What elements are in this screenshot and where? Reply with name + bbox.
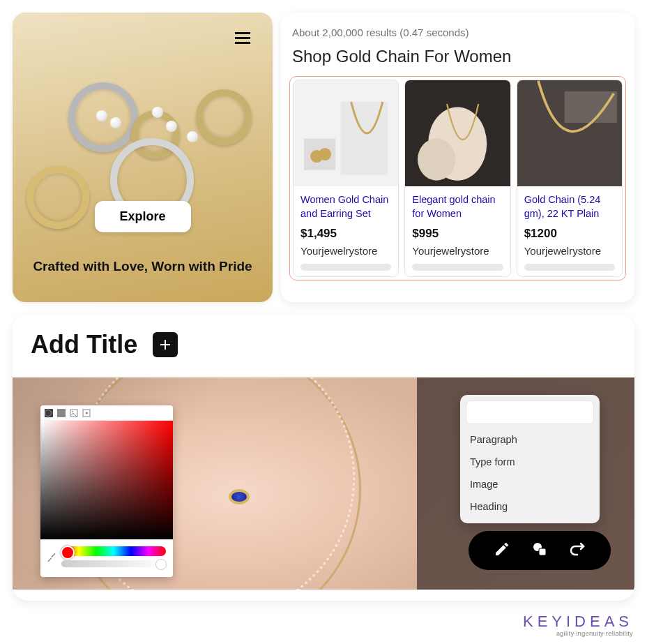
hue-slider[interactable] [61,546,166,556]
color-saturation-area[interactable] [40,421,173,539]
none-fill-icon[interactable] [45,410,52,417]
image-fill-icon[interactable] [70,409,78,417]
product-image [294,80,398,186]
footer-brand: KEYIDEAS agility·ingenuity·reliability [523,613,633,637]
skeleton-line [300,264,391,271]
product-card[interactable]: Women Gold Chain and Earring Set $1,495 … [293,80,399,277]
product-image [405,80,510,186]
block-option-typeform[interactable]: Type form [466,451,594,473]
product-price: $995 [412,227,503,241]
block-search-field[interactable] [476,407,598,418]
svg-point-5 [418,139,455,181]
hero-tagline: Crafted with Love, Worn with Pride [13,259,273,274]
product-price: $1200 [524,227,615,241]
product-title-link[interactable]: Women Gold Chain and Earring Set [300,193,391,221]
video-fill-icon[interactable] [82,409,91,417]
svg-point-12 [72,411,73,412]
block-option-image[interactable]: Image [466,473,594,495]
results-heading: Shop Gold Chain For Women [292,47,626,66]
svg-rect-11 [70,410,77,417]
block-option-paragraph[interactable]: Paragraph [466,428,594,451]
skeleton-line [412,264,503,271]
product-store: Yourjewelrystore [412,245,503,257]
svg-rect-1 [341,102,388,175]
redo-icon[interactable] [569,541,586,560]
product-card[interactable]: Gold Chain (5.24 gm), 22 KT Plain $1200 … [517,80,623,277]
edit-icon[interactable] [494,541,510,560]
eyedropper-icon[interactable] [46,552,57,563]
product-store: Yourjewelrystore [300,245,391,257]
page-title-input[interactable]: Add Title [31,330,137,359]
product-store: Yourjewelrystore [524,245,615,257]
hero-card: Explore Crafted with Love, Worn with Pri… [13,13,273,302]
svg-rect-6 [564,91,616,123]
search-results-card: About 2,00,000 results (0.47 seconds) Sh… [281,13,634,302]
shapes-icon[interactable] [531,541,548,560]
products-row: Women Gold Chain and Earring Set $1,495 … [289,76,626,280]
color-picker-toolbar [40,405,173,421]
gradient-icon[interactable] [57,409,66,417]
product-card[interactable]: Elegant gold chain for Women $995 Yourje… [404,80,510,277]
alpha-slider[interactable] [61,560,166,567]
color-picker[interactable] [40,405,173,577]
product-title-link[interactable]: Gold Chain (5.24 gm), 22 KT Plain [524,193,615,221]
svg-point-3 [319,148,331,160]
block-search-input[interactable] [466,400,594,424]
block-inserter-menu: Paragraph Type form Image Heading [460,395,600,523]
floating-toolbar [469,531,611,570]
svg-rect-10 [539,548,546,555]
hamburger-menu-icon[interactable] [235,29,250,47]
explore-button[interactable]: Explore [94,201,190,232]
product-image [517,80,622,186]
editor-card: Add Title Paragraph Type form Image Head… [13,315,634,601]
product-title-link[interactable]: Elegant gold chain for Women [412,193,503,221]
skeleton-line [524,264,615,271]
block-option-heading[interactable]: Heading [466,495,594,518]
brand-name: KEYIDEAS [523,613,633,631]
results-stats: About 2,00,000 results (0.47 seconds) [292,27,626,38]
product-price: $1,495 [300,227,391,241]
add-block-button[interactable] [153,332,178,357]
